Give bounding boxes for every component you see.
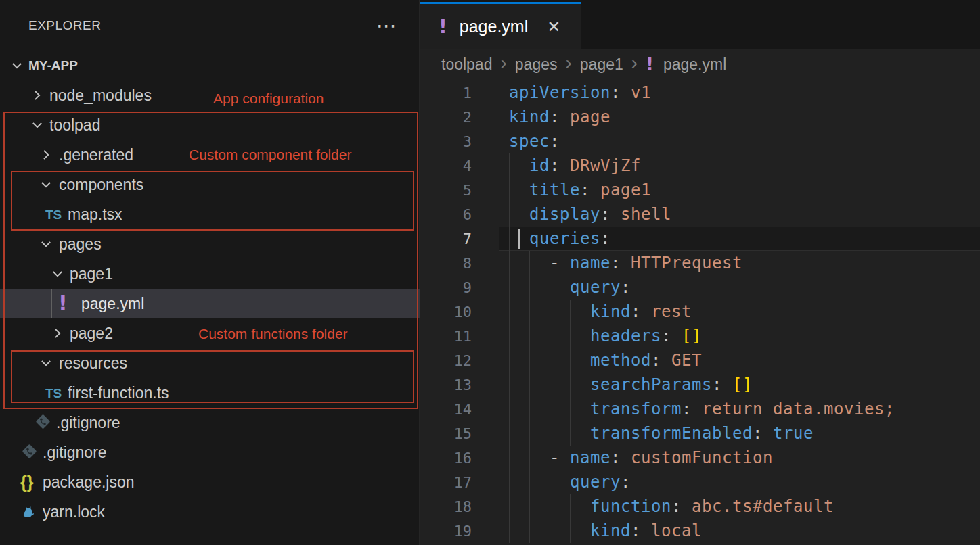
code-line-14[interactable]: 14transform: return data.movies; bbox=[420, 397, 980, 421]
token-pun: : bbox=[550, 156, 570, 175]
token-pun: : bbox=[610, 448, 631, 467]
line-content: query: bbox=[509, 470, 631, 494]
tree-row-first-function-ts[interactable]: TSfirst-function.ts bbox=[0, 378, 420, 408]
breadcrumb-toolpad[interactable]: toolpad bbox=[441, 55, 492, 74]
code-line-5[interactable]: 5title: page1 bbox=[420, 178, 980, 202]
chevron-down-icon[interactable] bbox=[30, 118, 45, 133]
code-line-17[interactable]: 17query: bbox=[420, 470, 980, 494]
annotation-custom-functions-folder: Custom functions folder bbox=[198, 326, 348, 342]
tab-page-yml[interactable]: ! page.yml ✕ bbox=[420, 2, 581, 49]
code-line-3[interactable]: 3spec: bbox=[420, 129, 980, 153]
line-content: searchParams: [] bbox=[509, 373, 753, 397]
token-str: GET bbox=[671, 351, 702, 370]
token-str: customFunction bbox=[631, 448, 773, 467]
tree-row-node-modules[interactable]: node_modules bbox=[0, 80, 420, 110]
annotation-custom-component-folder: Custom component folder bbox=[189, 147, 351, 163]
code-line-12[interactable]: 12method: GET bbox=[420, 348, 980, 373]
chevron-right-icon[interactable] bbox=[39, 147, 53, 162]
code-line-15[interactable]: 15transformEnabled: true bbox=[420, 421, 980, 446]
indent-guide bbox=[550, 275, 570, 300]
tree-row-pages[interactable]: pages bbox=[0, 229, 420, 259]
code-line-8[interactable]: 8- name: HTTPrequest bbox=[420, 251, 980, 275]
line-number: 5 bbox=[420, 182, 472, 199]
tree-row-gitignore[interactable]: .gitignore bbox=[0, 408, 420, 437]
indent-guide bbox=[529, 324, 550, 348]
chevron-right-icon[interactable] bbox=[50, 326, 65, 341]
line-content: - name: customFunction bbox=[509, 446, 773, 470]
token-str: local bbox=[651, 521, 702, 540]
indent-guide bbox=[529, 446, 550, 470]
token-pun: - bbox=[550, 254, 570, 272]
tab-label: page.yml bbox=[460, 17, 528, 37]
close-icon[interactable]: ✕ bbox=[547, 19, 560, 35]
line-content: kind: rest bbox=[509, 300, 692, 324]
token-key: searchParams bbox=[590, 375, 712, 394]
line-content: transform: return data.movies; bbox=[509, 397, 895, 421]
line-number: 11 bbox=[420, 328, 472, 345]
breadcrumb-page1[interactable]: page1 bbox=[580, 55, 623, 74]
code-line-6[interactable]: 6display: shell bbox=[420, 202, 980, 227]
code-line-1[interactable]: 1apiVersion: v1 bbox=[420, 80, 980, 105]
code-line-11[interactable]: 11headers: [] bbox=[420, 324, 980, 348]
token-key: transform bbox=[590, 400, 682, 419]
code-line-19[interactable]: 19kind: local bbox=[420, 519, 980, 543]
warning-icon: ! bbox=[439, 18, 447, 37]
explorer-header: EXPLORER ⋯ bbox=[0, 0, 420, 51]
line-content: queries: bbox=[509, 227, 610, 251]
chevron-right-icon[interactable] bbox=[30, 88, 45, 103]
token-pun: : bbox=[600, 205, 621, 224]
chevron-down-icon[interactable] bbox=[50, 266, 65, 281]
line-number: 12 bbox=[420, 352, 472, 369]
code-line-16[interactable]: 16- name: customFunction bbox=[420, 446, 980, 470]
indent-guide bbox=[509, 470, 529, 494]
indent-guide bbox=[509, 421, 529, 446]
tree-row-toolpad[interactable]: toolpad bbox=[0, 110, 420, 140]
indent-guide bbox=[509, 300, 529, 324]
token-key: id bbox=[529, 156, 550, 175]
code-line-7[interactable]: 7queries: bbox=[420, 227, 980, 251]
indent-guide bbox=[529, 373, 550, 397]
breadcrumb-file[interactable]: page.yml bbox=[663, 55, 726, 74]
code-line-4[interactable]: 4id: DRwVjZf bbox=[420, 153, 980, 178]
typescript-file-icon: TS bbox=[45, 387, 62, 400]
tree-row-yarn-lock[interactable]: yarn.lock bbox=[0, 497, 420, 527]
yarn-file-icon bbox=[20, 502, 39, 522]
chevron-down-icon[interactable] bbox=[9, 58, 24, 73]
token-key: queries bbox=[529, 229, 600, 248]
indent-guide bbox=[509, 251, 529, 275]
breadcrumb-pages[interactable]: pages bbox=[515, 55, 558, 74]
tree-row-package-json[interactable]: {}package.json bbox=[0, 467, 420, 497]
code-line-2[interactable]: 2kind: page bbox=[420, 105, 980, 129]
tree-row-components[interactable]: components bbox=[0, 170, 420, 199]
tree-row-page-yml[interactable]: !page.yml bbox=[0, 289, 420, 318]
line-number: 6 bbox=[420, 206, 472, 223]
indent-guide bbox=[550, 470, 570, 494]
token-str: page bbox=[570, 108, 610, 126]
more-actions-icon[interactable]: ⋯ bbox=[376, 16, 397, 36]
token-key: apiVersion bbox=[509, 83, 610, 102]
token-pun: : bbox=[550, 132, 560, 151]
tree-row-page1[interactable]: page1 bbox=[0, 259, 420, 289]
indent-guide bbox=[550, 519, 570, 543]
line-content: kind: local bbox=[509, 519, 702, 543]
chevron-right-icon: › bbox=[500, 53, 506, 72]
token-pun: : bbox=[610, 254, 631, 272]
chevron-right-icon: › bbox=[565, 53, 571, 72]
tree-label: MY-APP bbox=[28, 58, 78, 73]
indent-guide bbox=[529, 421, 550, 446]
chevron-down-icon[interactable] bbox=[39, 356, 53, 371]
code-line-13[interactable]: 13searchParams: [] bbox=[420, 373, 980, 397]
line-number: 18 bbox=[420, 498, 472, 515]
tree-row-gitignore[interactable]: .gitignore bbox=[0, 437, 420, 467]
tree-row-my-app[interactable]: MY-APP bbox=[0, 51, 420, 80]
tree-row-resources[interactable]: resources bbox=[0, 348, 420, 378]
token-key: true bbox=[773, 424, 814, 443]
tree-row-map-tsx[interactable]: TSmap.tsx bbox=[0, 199, 420, 229]
code-line-10[interactable]: 10kind: rest bbox=[420, 300, 980, 324]
code-line-18[interactable]: 18function: abc.ts#default bbox=[420, 494, 980, 519]
code-line-9[interactable]: 9query: bbox=[420, 275, 980, 300]
chevron-down-icon[interactable] bbox=[39, 177, 53, 192]
chevron-down-icon[interactable] bbox=[39, 237, 53, 252]
code-area[interactable]: 1apiVersion: v12kind: page3spec:4id: DRw… bbox=[420, 79, 980, 543]
token-pun: : bbox=[661, 327, 682, 346]
